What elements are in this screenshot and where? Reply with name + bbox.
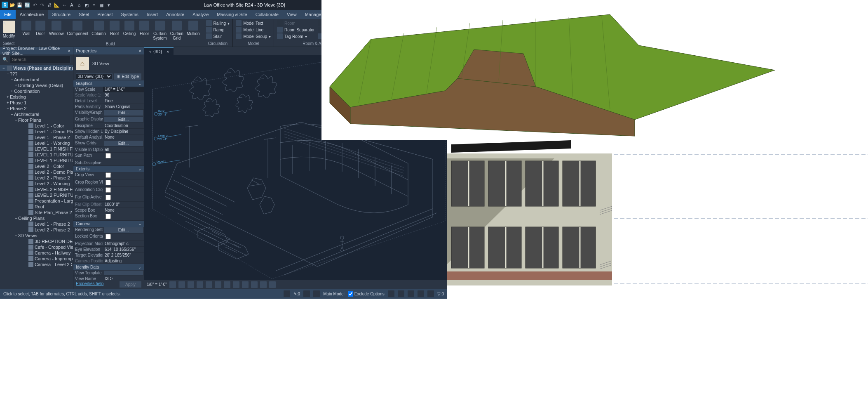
menu-annotate[interactable]: Annotate <box>162 10 188 19</box>
mullion-button[interactable]: Mullion <box>185 20 201 37</box>
properties-help-link[interactable]: Properties help <box>76 281 103 288</box>
tree-node[interactable]: Level 2 - Phase 2 <box>0 175 73 181</box>
prop-row[interactable]: Graphic Display...Edit... <box>73 116 144 123</box>
section-icon[interactable]: ◩ <box>83 2 90 8</box>
visual-style-icon[interactable] <box>178 281 185 288</box>
ceiling-button[interactable]: Ceiling <box>122 20 137 37</box>
text-icon[interactable]: A <box>68 2 75 8</box>
menu-view[interactable]: View <box>283 10 301 19</box>
edit-type-button[interactable]: ⚙ Edit Type <box>114 73 141 80</box>
prop-row[interactable]: Scale Value 1:96 <box>73 92 144 98</box>
tree-node[interactable]: Roof <box>0 204 73 210</box>
prop-row[interactable]: Show Hidden L...By Discipline <box>73 129 144 134</box>
room-sep-button[interactable]: Room Separator <box>276 26 316 33</box>
prop-row[interactable]: Projection ModeOrthographic <box>73 241 144 247</box>
stair-button[interactable]: Stair <box>205 33 231 40</box>
tree-node[interactable]: LEVEL 1 FURNITURE <box>0 152 73 158</box>
tree-node[interactable]: LEVEL 1 FINISH FLOOR <box>0 146 73 152</box>
tree-node[interactable]: Camera - Impromptu <box>0 256 73 262</box>
main-model-icon[interactable] <box>313 290 320 297</box>
sun-path-icon[interactable] <box>188 281 194 288</box>
prop-row[interactable]: Sun Path <box>73 153 144 160</box>
tree-node[interactable]: Level 2 - Phase 2 <box>0 227 73 233</box>
prop-row[interactable]: Section Box <box>73 213 144 221</box>
properties-list[interactable]: Graphics⌄View Scale1/8" = 1'-0"Scale Val… <box>73 80 144 280</box>
prop-row[interactable]: View Scale1/8" = 1'-0" <box>73 87 144 92</box>
model-line-button[interactable]: Model Line <box>235 26 272 33</box>
prop-row[interactable]: Annotation Crop <box>73 187 144 194</box>
prop-category[interactable]: Graphics⌄ <box>73 80 144 87</box>
menu-precast[interactable]: Precast <box>93 10 117 19</box>
curtain-grid-button[interactable]: Curtain Grid <box>169 20 185 41</box>
tree-node[interactable]: −Ceiling Plans <box>0 215 73 221</box>
tree-node[interactable]: −??? <box>0 71 73 77</box>
menu-analyze[interactable]: Analyze <box>188 10 213 19</box>
project-tree[interactable]: −Views (Phase and Discipline)−???−Archit… <box>0 64 73 289</box>
constraints-icon[interactable] <box>269 281 276 288</box>
measure-icon[interactable]: 📐 <box>54 2 60 8</box>
prop-row[interactable]: View Template <box>73 270 144 276</box>
redo-icon[interactable]: ↷ <box>39 2 45 8</box>
thin-lines-icon[interactable]: ≡ <box>91 2 97 8</box>
tree-node[interactable]: Level 2 - Color <box>0 163 73 169</box>
menu-steel[interactable]: Steel <box>75 10 93 19</box>
tree-node[interactable]: Level 1 - Phase 2 <box>0 221 73 227</box>
menu-massing[interactable]: Massing & Site <box>213 10 251 19</box>
modify-button[interactable]: ↖Modify <box>2 20 16 39</box>
prop-category[interactable]: Extents⌄ <box>73 166 144 172</box>
select-underlay-icon[interactable] <box>398 290 404 297</box>
tree-node[interactable]: Camera - Hallway <box>0 250 73 256</box>
tree-node[interactable]: −Architectural <box>0 111 73 117</box>
instance-select[interactable]: 3D View: {3D} <box>76 73 113 80</box>
reveal-icon[interactable] <box>251 281 258 288</box>
tree-node[interactable]: 3D RECPTION DESK <box>0 238 73 244</box>
select-pinned-icon[interactable] <box>408 290 414 297</box>
tree-node[interactable]: +Phase 1 <box>0 100 73 106</box>
prop-row[interactable]: Rendering Setti...Edit... <box>73 227 144 234</box>
component-button[interactable]: Component <box>66 20 90 37</box>
tree-node[interactable]: Site Plan_Phase 2 <box>0 210 73 215</box>
crop-region-icon[interactable] <box>224 281 230 288</box>
tree-node[interactable]: Level 1 - Color <box>0 123 73 129</box>
rendering-icon[interactable] <box>206 281 212 288</box>
prop-row[interactable]: Target Elevation20' 2 165/256" <box>73 252 144 258</box>
menu-structure[interactable]: Structure <box>48 10 75 19</box>
prop-category[interactable]: Identity Data⌄ <box>73 264 144 270</box>
door-button[interactable]: Door <box>34 20 47 37</box>
menu-collaborate[interactable]: Collaborate <box>251 10 283 19</box>
model-text-button[interactable]: Model Text <box>235 20 272 26</box>
tree-node[interactable]: Presentation - Large <box>0 198 73 204</box>
prop-row[interactable]: Locked Orienta... <box>73 234 144 241</box>
tree-node[interactable]: Camera - Level 2 Op <box>0 262 73 267</box>
tree-node[interactable]: −Phase 2 <box>0 106 73 111</box>
roof-button[interactable]: Roof <box>108 20 121 37</box>
tree-node[interactable]: LEVEL 1 FURNITURE <box>0 158 73 163</box>
prop-row[interactable]: Parts VisibilityShow Original <box>73 104 144 110</box>
prop-row[interactable]: Sub-Discipline <box>73 160 144 166</box>
prop-row[interactable]: Default Analysi...None <box>73 134 144 140</box>
print-icon[interactable]: 🖨 <box>46 2 53 8</box>
select-links-icon[interactable] <box>388 290 394 297</box>
wall-button[interactable]: Wall <box>20 20 33 37</box>
prop-row[interactable]: View Name{3D} <box>73 276 144 280</box>
prop-row[interactable]: Eye Elevation614' 10 165/256" <box>73 247 144 252</box>
tree-header[interactable]: −Views (Phase and Discipline) <box>0 65 73 71</box>
undo-icon[interactable]: ↶ <box>31 2 38 8</box>
tree-node[interactable]: Level 2 - Working <box>0 181 73 186</box>
prop-category[interactable]: Camera⌄ <box>73 221 144 227</box>
tag-room-button[interactable]: Tag Room ▾ <box>276 33 316 40</box>
detail-level-icon[interactable] <box>169 281 176 288</box>
tab-3d[interactable]: ⌂{3D}× <box>144 47 174 55</box>
temp-hide-icon[interactable] <box>242 281 249 288</box>
sync-icon[interactable]: 🔄 <box>24 2 30 8</box>
prop-row[interactable]: Camera PositionAdjusting <box>73 258 144 264</box>
tree-node[interactable]: +Coordination <box>0 88 73 94</box>
tree-node[interactable]: −Floor Plans <box>0 117 73 123</box>
shadows-icon[interactable] <box>197 281 203 288</box>
crop-icon[interactable] <box>215 281 221 288</box>
tree-node[interactable]: Level 1 - Phase 2 <box>0 134 73 140</box>
scale-display[interactable]: 1/8" = 1'-0" <box>147 282 167 287</box>
tree-node[interactable]: +Existing <box>0 94 73 100</box>
prop-row[interactable]: DisciplineCoordination <box>73 123 144 129</box>
exclude-options-check[interactable]: Exclude Options <box>348 291 385 297</box>
